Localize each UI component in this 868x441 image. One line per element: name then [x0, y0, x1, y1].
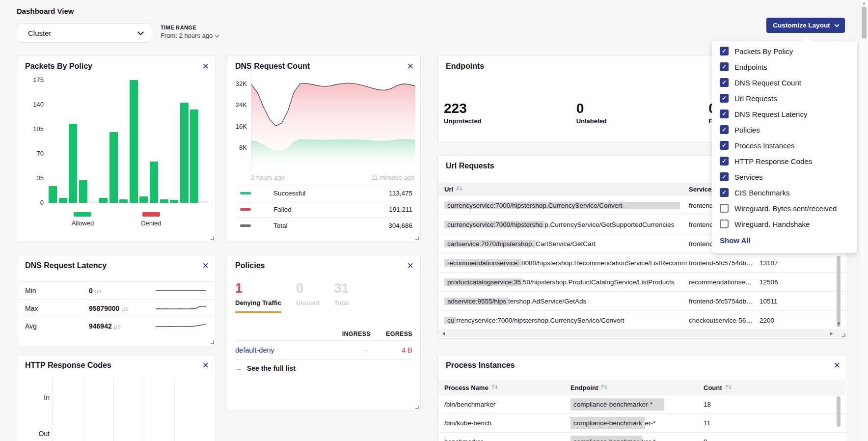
- column-label: Url: [444, 186, 453, 193]
- count-cell: 2200: [760, 317, 846, 324]
- service-cell: recommendationse…: [689, 278, 760, 286]
- time-range-value[interactable]: From: 2 hours ago: [161, 32, 218, 39]
- checkbox[interactable]: ✓: [720, 172, 729, 181]
- scroll-arrow-left-icon[interactable]: ◄: [441, 331, 446, 336]
- scroll-arrow-up-icon[interactable]: ▲: [862, 1, 866, 5]
- menu-item-policies[interactable]: ✓Policies: [712, 122, 857, 138]
- url-highlight: productcatalogservice:35: [444, 278, 523, 286]
- checkbox[interactable]: [720, 220, 729, 228]
- legend-row: Successful113,475: [235, 185, 412, 201]
- menu-item-http-response-codes[interactable]: ✓HTTP Response Codes: [712, 153, 857, 169]
- menu-item-wireguard-handshake[interactable]: Wireguard. Handshake: [712, 216, 857, 232]
- page-scrollbar[interactable]: ▲: [860, 0, 868, 441]
- menu-item-services[interactable]: ✓Services: [712, 169, 857, 185]
- legend-entry: Allowed: [72, 212, 94, 227]
- column-header-endpoint[interactable]: Endpoint: [570, 384, 704, 391]
- checkbox[interactable]: ✓: [720, 188, 729, 197]
- endpoint-rest: er-*: [645, 419, 656, 427]
- bar: [180, 103, 189, 203]
- menu-item-label: Url Requests: [734, 94, 777, 103]
- close-icon[interactable]: ×: [202, 60, 209, 73]
- policy-stat-unused[interactable]: 0Unused: [296, 281, 320, 313]
- resize-handle-icon[interactable]: [211, 341, 214, 344]
- view-select[interactable]: Cluster: [17, 23, 152, 43]
- close-icon[interactable]: ×: [202, 259, 209, 272]
- menu-item-label: Wireguard. Bytes sent/received: [734, 204, 837, 213]
- scroll-arrow-right-icon[interactable]: ►: [829, 331, 834, 336]
- close-icon[interactable]: ×: [407, 259, 413, 272]
- latency-value: 0µs: [89, 287, 102, 295]
- bar: [49, 186, 57, 203]
- menu-item-url-requests[interactable]: ✓Url Requests: [712, 90, 857, 106]
- menu-item-dns-request-count[interactable]: ✓DNS Request Count: [712, 75, 857, 90]
- resize-handle-icon[interactable]: [842, 333, 845, 337]
- url-rest: CartService/GetCart: [536, 240, 596, 248]
- scroll-thumb[interactable]: [837, 256, 841, 327]
- stat-value: 0: [296, 281, 320, 296]
- checkbox[interactable]: ✓: [720, 141, 729, 150]
- menu-item-endpoints[interactable]: ✓Endpoints: [712, 59, 857, 75]
- latency-unit: µs: [95, 287, 102, 295]
- column-header-process-name[interactable]: Process Name: [438, 384, 570, 391]
- column-header-url[interactable]: Url: [438, 186, 689, 193]
- menu-item-packets-by-policy[interactable]: ✓Packets By Policy: [712, 43, 857, 59]
- menu-item-label: Packets By Policy: [734, 47, 793, 55]
- sort-icon: [456, 186, 462, 192]
- menu-item-process-instances[interactable]: ✓Process Instances: [712, 138, 857, 153]
- customize-layout-button[interactable]: Customize Layout: [766, 18, 845, 33]
- v-scrollbar[interactable]: [837, 396, 841, 441]
- checkbox[interactable]: [720, 204, 729, 213]
- checkbox[interactable]: ✓: [720, 47, 729, 55]
- policy-name-link[interactable]: default-deny: [235, 346, 322, 354]
- url-cell: currencyservice:7000/hipstershop.Currenc…: [438, 221, 689, 228]
- latency-row: Min0µs: [17, 281, 216, 299]
- url-highlight: recommendationservice:: [444, 259, 521, 267]
- menu-item-label: HTTP Response Codes: [734, 157, 812, 165]
- show-all-link[interactable]: Show All: [720, 236, 751, 245]
- menu-items: ✓Packets By Policy✓Endpoints✓DNS Request…: [712, 41, 857, 232]
- menu-item-dns-request-latency[interactable]: ✓DNS Request Latency: [712, 106, 857, 122]
- card-dns-request-count: DNS Request Count × 32K24K16K8K 2: [227, 55, 421, 242]
- resize-handle-icon[interactable]: [415, 406, 419, 409]
- close-icon[interactable]: ×: [834, 359, 840, 372]
- time-range: TIME RANGE From: 2 hours ago: [161, 25, 218, 39]
- bar-chart-legend: AllowedDenied: [17, 212, 216, 227]
- legend-entry: Denied: [141, 212, 161, 227]
- table-row: productcatalogservice:3550/hipstershop.P…: [438, 273, 846, 292]
- bar: [170, 200, 178, 203]
- menu-item-wireguard-bytes-sent-received[interactable]: Wireguard. Bytes sent/received: [712, 200, 857, 216]
- scroll-arrow-down-icon[interactable]: ▼: [837, 322, 841, 326]
- heatmap-grid: [53, 377, 205, 441]
- area-chart-legend: Successful113,475Failed191,211Total304,6…: [235, 185, 412, 233]
- endpoint-highlight: compliance-benchmar: [570, 436, 642, 441]
- scroll-thumb[interactable]: [862, 7, 867, 38]
- url-cell: currencyservice:7000/hipstershop.Currenc…: [438, 202, 689, 209]
- column-header-count[interactable]: Count: [704, 384, 846, 391]
- menu-item-cis-benchmarks[interactable]: ✓CIS Benchmarks: [712, 185, 857, 200]
- checkbox[interactable]: ✓: [720, 110, 729, 118]
- scroll-thumb[interactable]: [837, 396, 841, 427]
- latency-row: Avg946942µs: [17, 317, 216, 334]
- checkbox[interactable]: ✓: [720, 125, 729, 134]
- checkbox[interactable]: ✓: [720, 157, 729, 165]
- bar: [119, 199, 128, 203]
- close-icon[interactable]: ×: [407, 60, 413, 73]
- y-tick-label: 35: [26, 174, 44, 182]
- bar: [150, 162, 158, 203]
- card-packets-by-policy: Packets By Policy × 17514010570350 Allow…: [17, 55, 216, 242]
- checkbox[interactable]: ✓: [720, 94, 729, 103]
- stat-value: 223: [444, 101, 576, 116]
- card-title: Packets By Policy: [25, 62, 92, 71]
- see-full-list-link[interactable]: → See the full list: [235, 364, 296, 372]
- policy-stat-total[interactable]: 31Total: [334, 281, 349, 313]
- url-cell: adservice:9555/hipstershop.AdService/Get…: [438, 298, 689, 305]
- resize-handle-icon[interactable]: [415, 237, 419, 240]
- h-scrollbar[interactable]: ◄ ►: [438, 330, 846, 337]
- row-label-in: In: [36, 393, 50, 401]
- checkbox[interactable]: ✓: [720, 78, 729, 87]
- policy-stat-denying-traffic[interactable]: 1Denying Traffic: [235, 281, 281, 313]
- close-icon[interactable]: ×: [202, 359, 209, 372]
- endpoint-cell: compliance-benchmarker-*: [570, 419, 704, 427]
- checkbox[interactable]: ✓: [720, 62, 729, 71]
- resize-handle-icon[interactable]: [211, 237, 214, 240]
